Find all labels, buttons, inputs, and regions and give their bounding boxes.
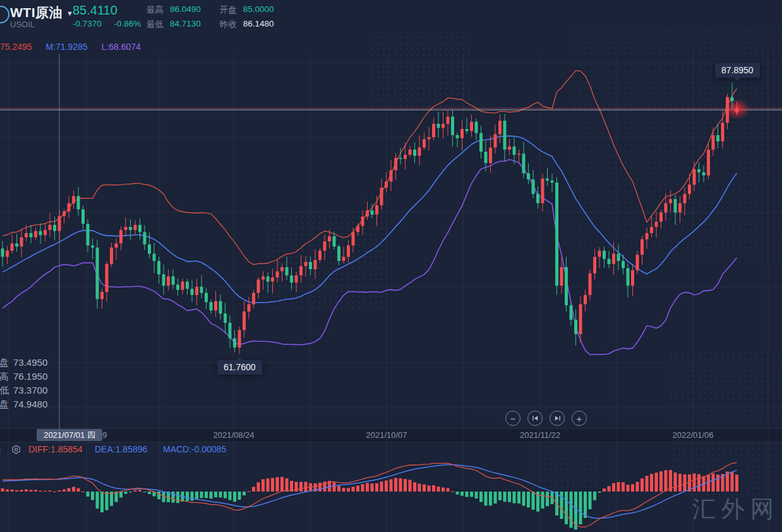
x-tick: 2021/08/24: [213, 430, 254, 440]
boll-lower-label: L:68.6074: [102, 42, 141, 52]
zoom-out-button[interactable]: −: [505, 411, 520, 426]
x-tick: 2022/01/06: [672, 430, 713, 440]
symbol-code: USOIL: [10, 20, 35, 29]
crosshair-ohlc-readout: 开盘73.4950 最高76.1950 最低73.3700 收盘74.9480: [0, 356, 47, 411]
boll-upper-label: U:75.2495: [0, 42, 32, 52]
gear-icon: [11, 445, 21, 454]
readout-high: 最高76.1950: [0, 370, 47, 384]
price-change: -0.7370 -0.86%: [73, 19, 151, 28]
x-tick: 2021/10/07: [366, 430, 407, 440]
readout-close: 收盘74.9480: [0, 397, 47, 411]
symbol-selector[interactable]: WTI原油▼: [10, 4, 73, 21]
collapse-panel-icon[interactable]: ‹: [0, 444, 1, 457]
skip-to-start-button[interactable]: [527, 411, 543, 426]
boll-middle-label: M:71.9285: [46, 42, 88, 52]
trading-chart-window: WTI原油▼ USOIL 85.4110 -0.7370 -0.86% 最高 8…: [0, 0, 782, 532]
session-stats: 最高 86.0490 开盘 85.0000 最低 84.7130 昨收 86.1…: [147, 4, 274, 30]
change-absolute: -0.7370: [73, 19, 102, 28]
minus-icon: −: [510, 413, 516, 424]
skip-start-icon: [532, 415, 539, 421]
highest-price-tooltip: 87.8950: [715, 63, 760, 78]
skip-end-icon: [554, 415, 561, 421]
crosshair-date-tooltip: 2021/07/01 四: [37, 429, 102, 441]
lowest-price-tooltip: 61.7600: [217, 360, 262, 375]
stat-low: 最低 84.7130: [147, 19, 201, 30]
site-watermark: 汇外网: [692, 493, 779, 525]
boll-indicator-labels: U:75.2495 M:71.9285 L:68.6074: [0, 42, 141, 52]
zoom-in-button[interactable]: +: [572, 411, 587, 426]
macd-value-label: MACD:-0.00085: [163, 444, 226, 454]
indicator-settings-icon[interactable]: [11, 445, 21, 456]
plus-icon: +: [577, 413, 582, 424]
change-percent: -0.86%: [114, 19, 141, 28]
stat-open: 开盘 85.0000: [220, 4, 274, 16]
x-tick: 2021/11/22: [520, 430, 560, 440]
last-price: 85.4110: [73, 3, 117, 18]
macd-diff-label: DIFF:1.85854: [28, 444, 83, 454]
macd-dea-label: DEA:1.85896: [95, 444, 147, 454]
skip-to-end-button[interactable]: [550, 411, 565, 426]
readout-low: 最低73.3700: [0, 384, 47, 397]
symbol-name: WTI原油: [10, 5, 63, 20]
stat-prev-close: 昨收 86.1480: [220, 19, 274, 30]
stat-high: 最高 86.0490: [147, 4, 201, 16]
readout-open: 开盘73.4950: [0, 356, 47, 370]
